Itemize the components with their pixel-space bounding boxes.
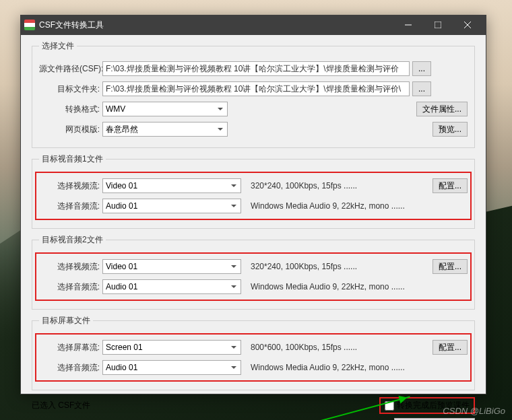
audio-info: Windows Media Audio 9, 22kHz, mono .....… bbox=[251, 363, 468, 372]
maximize-button[interactable] bbox=[423, 15, 453, 34]
audio-select[interactable]: Audio 01 bbox=[102, 199, 241, 213]
screen-select[interactable]: Screen 01 bbox=[102, 340, 241, 355]
src-label: 源文件路径(CSF): bbox=[39, 63, 102, 75]
group-av2: 目标视音频2文件 选择视频流: Video 01 320*240, 100Kbp… bbox=[32, 234, 475, 310]
audio-select[interactable]: Audio 01 bbox=[102, 279, 241, 294]
group-legend: 目标视音频2文件 bbox=[39, 234, 106, 246]
app-icon bbox=[24, 20, 35, 30]
dst-label: 目标文件夹: bbox=[39, 83, 102, 95]
video-info: 320*240, 100Kbps, 15fps ...... bbox=[251, 181, 430, 190]
video-info: 320*240, 100Kbps, 15fps ...... bbox=[251, 262, 430, 271]
dst-browse-button[interactable]: ... bbox=[412, 81, 431, 96]
template-select[interactable]: 春意昂然 bbox=[102, 122, 228, 137]
video-label: 选择视频流: bbox=[39, 180, 102, 192]
group-select-file: 选择文件 源文件路径(CSF): ... 目标文件夹: ... 转换格式: WM… bbox=[32, 40, 475, 148]
tpl-label: 网页模版: bbox=[39, 124, 102, 135]
minimize-button[interactable] bbox=[393, 15, 423, 34]
dst-path-input[interactable] bbox=[102, 81, 410, 96]
fmt-label: 转换格式: bbox=[39, 104, 102, 115]
src-browse-button[interactable]: ... bbox=[412, 61, 431, 76]
highlight-box: 选择视频流: Video 01 320*240, 100Kbps, 15fps … bbox=[35, 172, 472, 220]
video-label: 选择视频流: bbox=[39, 261, 102, 273]
highlight-box: 选择视频流: Video 01 320*240, 100Kbps, 15fps … bbox=[35, 252, 472, 301]
group-legend: 目标屏幕文件 bbox=[39, 315, 93, 326]
file-props-button[interactable]: 文件属性... bbox=[416, 102, 468, 116]
audio-label: 选择音频流: bbox=[39, 201, 102, 212]
close-button[interactable] bbox=[453, 15, 482, 34]
screen-info: 800*600, 100Kbps, 15fps ...... bbox=[251, 343, 430, 352]
video-select[interactable]: Video 01 bbox=[102, 259, 241, 274]
group-screen: 目标屏幕文件 选择屏幕流: Screen 01 800*600, 100Kbps… bbox=[32, 315, 475, 390]
highlight-box: 选择屏幕流: Screen 01 800*600, 100Kbps, 15fps… bbox=[35, 333, 472, 382]
loaded-label: 已选入 CSF文件 bbox=[32, 400, 90, 411]
audio-info: Windows Media Audio 9, 22kHz, mono .....… bbox=[251, 201, 468, 211]
group-legend: 选择文件 bbox=[39, 40, 77, 52]
client-area: 选择文件 源文件路径(CSF): ... 目标文件夹: ... 转换格式: WM… bbox=[21, 35, 486, 394]
format-select[interactable]: WMV bbox=[102, 102, 228, 116]
svg-rect-1 bbox=[435, 22, 441, 28]
src-path-input[interactable] bbox=[102, 61, 410, 76]
watermark: CSDN @LiBiGo bbox=[443, 406, 505, 416]
audio-info: Windows Media Audio 9, 22kHz, mono .....… bbox=[251, 282, 468, 291]
video-select[interactable]: Video 01 bbox=[102, 178, 241, 193]
group-av1: 目标视音频1文件 选择视频流: Video 01 320*240, 100Kbp… bbox=[32, 153, 475, 229]
config-button[interactable]: 配置... bbox=[433, 340, 468, 355]
app-window: CSF文件转换工具 选择文件 源文件路径(CSF): ... 目标文件夹: ..… bbox=[20, 15, 486, 394]
window-title: CSF文件转换工具 bbox=[39, 20, 393, 31]
group-legend: 目标视音频1文件 bbox=[39, 153, 106, 165]
titlebar: CSF文件转换工具 bbox=[20, 15, 486, 35]
audio-label: 选择音频流: bbox=[39, 362, 102, 374]
screen-label: 选择屏幕流: bbox=[39, 342, 102, 353]
audio-select[interactable]: Audio 01 bbox=[102, 360, 241, 375]
config-button[interactable]: 配置... bbox=[433, 259, 468, 274]
preview-button[interactable]: 预览... bbox=[433, 122, 468, 137]
config-button[interactable]: 配置... bbox=[433, 178, 468, 193]
audio-label: 选择音频流: bbox=[39, 281, 102, 293]
